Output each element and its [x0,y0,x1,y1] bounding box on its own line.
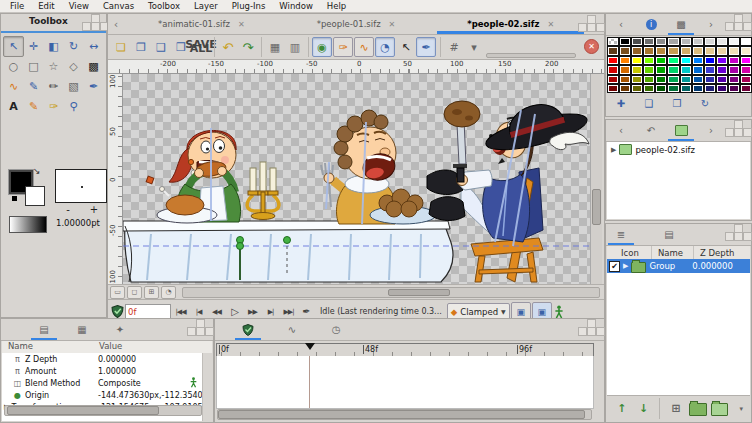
palette-swatch[interactable] [643,84,655,93]
open-document-button[interactable]: ❐ [131,37,151,57]
palette-swatch[interactable] [619,56,631,65]
fill-tool-button[interactable]: ▧ [63,76,84,97]
param-value[interactable]: -144.473630px,-112.3540 [98,391,203,400]
undo-button[interactable]: ↶ [218,37,238,57]
palette-swatch[interactable] [655,65,667,74]
palette-swatch[interactable] [655,46,667,55]
tab-history[interactable]: ↶ [636,120,666,141]
param-row-zdepth[interactable]: π Z Depth 0.000000 [2,353,212,365]
palette-swatch[interactable] [680,56,692,65]
text-tool-button[interactable]: A [3,96,24,117]
new-document-button[interactable]: ❏ [111,37,131,57]
panel-next-button[interactable]: › [696,14,726,35]
toggle-tangent-ducks-button[interactable]: ∿ [354,37,374,57]
increase-width-button[interactable]: + [87,204,101,215]
horizontal-ruler[interactable]: -200 -150 -100 -50 0 50 100 150 200 [108,60,604,74]
toggle-radius-ducks-button[interactable]: ◔ [375,37,395,57]
circle-tool-button[interactable]: ○ [3,56,24,77]
palette-swatch[interactable] [643,75,655,84]
palette-swatch[interactable] [619,75,631,84]
palette-swatch[interactable] [728,75,740,84]
tab-keyframes-track[interactable]: ◷ [321,319,351,340]
palette-swatch[interactable] [643,65,655,74]
canvas-vertical-scrollbar[interactable] [590,74,602,284]
scale-tool-button[interactable]: ↔ [83,36,104,57]
menu-toolbox[interactable]: Toolbox [141,1,187,11]
tab-canvas-browser[interactable] [666,120,696,141]
scrollbar-thumb[interactable] [592,189,601,225]
smooth-move-tool-button[interactable]: ✛ [23,36,44,57]
palette-swatch[interactable] [728,65,740,74]
palette-swatch[interactable] [607,37,619,46]
redo-button[interactable]: ↷ [238,37,258,57]
tab-keyframes[interactable]: ✦ [105,319,135,340]
drawing-canvas[interactable] [123,74,590,284]
eyedrop-tool-button[interactable]: ✒ [83,76,104,97]
param-value[interactable]: 0.000000 [98,355,136,364]
layer-visibility-checkbox[interactable]: ✔ [609,261,620,272]
pen-mode-button[interactable]: ✒ [416,37,436,57]
width-tool-button[interactable]: ✎ [23,96,44,117]
transform-tool-button[interactable]: ↖ [3,36,24,57]
palette-swatch[interactable] [667,46,679,55]
grid-options-dropdown[interactable]: ▾ [464,37,484,57]
brush-tool-button[interactable]: ✏ [43,76,64,97]
params-horizontal-scrollbar[interactable] [4,405,202,416]
static-toggle-icon[interactable] [189,377,198,388]
menu-canvas[interactable]: Canvas [96,1,141,11]
palette-swatch[interactable] [680,46,692,55]
tab-timetrack[interactable] [233,319,263,340]
palette-swatch[interactable] [607,65,619,74]
time-cursor[interactable] [305,343,315,350]
palette-swatch[interactable] [631,56,643,65]
star-tool-button[interactable]: ☆ [43,56,64,77]
palette-swatch[interactable] [692,84,704,93]
palette-swatch[interactable] [631,65,643,74]
palette-swatch[interactable] [692,56,704,65]
params-vertical-scrollbar[interactable] [202,353,212,421]
tab-scroll-left-button[interactable]: ‹ [108,14,124,34]
palette-swatch[interactable] [619,65,631,74]
background-color-swatch[interactable] [25,186,45,206]
refresh-palette-button[interactable]: ↻ [696,96,714,110]
timetrack-scrollbar[interactable] [217,409,592,420]
tab-layers[interactable]: ≣ [606,224,636,245]
toggle-onion-skin-button[interactable]: ◔ [161,286,176,299]
palette-swatch[interactable] [619,37,631,46]
panel-next-button[interactable]: › [696,120,726,141]
menu-plugins[interactable]: Plug-Ins [225,1,273,11]
palette-swatch[interactable] [716,75,728,84]
palette-swatch[interactable] [740,75,752,84]
param-row-blend-method[interactable]: ◫ Blend Method Composite [2,377,212,389]
canvas-horizontal-scrollbar[interactable] [182,287,600,298]
tab-curves[interactable]: ∿ [277,319,307,340]
param-value[interactable]: Composite [98,379,141,388]
vertical-ruler[interactable]: 100 50 0 -50 -100 [108,74,123,284]
palette-swatch[interactable] [728,84,740,93]
render-button[interactable]: ▦ [265,37,285,57]
palette-swatch[interactable] [692,37,704,46]
param-row-amount[interactable]: π Amount 1.000000 [2,365,212,377]
sketch-tool-button[interactable]: ✑ [43,96,64,117]
palette-swatch[interactable] [728,37,740,46]
palette-swatch[interactable] [680,75,692,84]
palette-swatch[interactable] [704,37,716,46]
palette-swatch[interactable] [680,37,692,46]
tab-info[interactable]: i [636,14,666,35]
canvas-tree-item[interactable]: ▶ people-02.sifz [607,142,750,155]
palette-swatch[interactable] [692,65,704,74]
palette-swatch[interactable] [704,65,716,74]
palette-swatch[interactable] [655,37,667,46]
raise-layer-button[interactable]: ↑ [613,400,631,417]
palette-swatch[interactable] [631,75,643,84]
tab-people-01[interactable]: *people-01.sifz ✕ [279,14,434,34]
bone-setup-icon[interactable] [553,305,565,319]
palette-swatch[interactable] [619,46,631,55]
palette-swatch[interactable] [716,56,728,65]
palette-swatch[interactable] [667,84,679,93]
tab-children[interactable]: ▦ [67,319,97,340]
add-color-button[interactable]: ✚ [612,96,630,110]
toggle-position-ducks-button[interactable]: ◉ [312,37,332,57]
close-window-button[interactable]: ✕ [584,39,599,54]
group-layers-button[interactable] [689,403,707,416]
